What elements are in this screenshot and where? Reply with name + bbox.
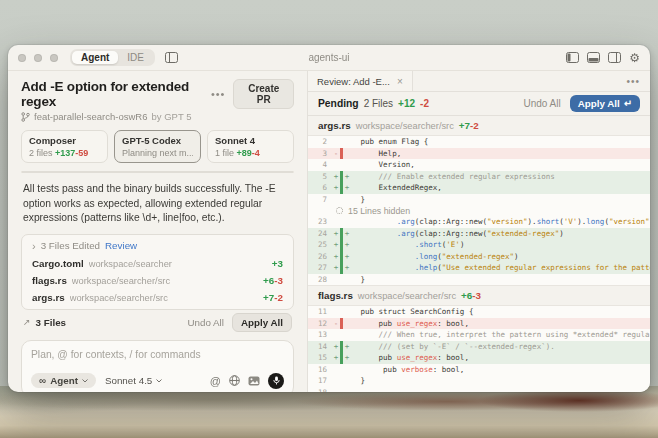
- code-text: /// Enable extended regular expressions: [352, 171, 651, 183]
- voice-input-button[interactable]: [268, 373, 284, 389]
- diff-line: 12- pub use_regex: bool,: [308, 318, 650, 330]
- tab-ide[interactable]: IDE: [118, 51, 153, 64]
- agent-card-composer[interactable]: Composer 2 files +137-59: [21, 130, 108, 163]
- file-row-args-rs[interactable]: args.rs workspace/searcher/src +7-2: [22, 289, 293, 306]
- code-text: }: [352, 375, 651, 387]
- files-edited-label: 3 Files Edited: [41, 240, 100, 251]
- window-controls[interactable]: [18, 54, 58, 62]
- titlebar-actions: ⚙: [566, 52, 640, 64]
- hidden-lines-expander[interactable]: 15 Lines hidden: [308, 205, 650, 216]
- close-window-button[interactable]: [18, 54, 26, 62]
- mention-icon[interactable]: @: [210, 375, 221, 387]
- diff-line: 15++ pub use_regex: bool,: [308, 352, 650, 364]
- globe-icon[interactable]: [229, 375, 240, 386]
- editor-tab-bar: Review: Add -E... × •••: [308, 71, 650, 92]
- agent-card-gpt5-codex[interactable]: GPT-5 Codex Planning next m...: [114, 130, 201, 163]
- code-text: pub use_regex: bool,: [352, 352, 651, 364]
- tab-agent[interactable]: Agent: [72, 51, 118, 64]
- diff-file-header[interactable]: args.rsworkspace/searcher/src+7-2: [308, 116, 650, 136]
- file-row-cargo-toml[interactable]: Cargo.toml workspace/searcher +3: [22, 255, 293, 272]
- create-pr-button[interactable]: Create PR: [233, 79, 294, 109]
- pending-label: Pending: [318, 98, 359, 109]
- diff-line: 6++ ExtendedRegex,: [308, 182, 650, 194]
- tab-overflow-icon[interactable]: •••: [616, 71, 650, 91]
- diff-line: 18: [308, 387, 650, 393]
- image-attach-icon[interactable]: [248, 376, 260, 386]
- agent-mode-selector[interactable]: ∞ Agent: [31, 373, 96, 388]
- zoom-window-button[interactable]: [50, 54, 58, 62]
- minimize-window-button[interactable]: [34, 54, 42, 62]
- diff-line: 7 }: [308, 194, 650, 206]
- title-bar: Agent IDE agents-ui ⚙: [8, 45, 650, 71]
- diff-file-header[interactable]: flags.rsworkspace/searcher/src+6-3: [308, 285, 650, 306]
- undo-all-button[interactable]: Undo All: [187, 317, 224, 328]
- more-options-icon[interactable]: •••: [211, 88, 226, 100]
- files-count-label[interactable]: 3 Files: [36, 317, 67, 328]
- model-selector[interactable]: Sonnet 4.5: [105, 375, 162, 386]
- line-number: 28: [308, 274, 332, 286]
- diff-line: 13 /// When true, interpret the pattern …: [308, 329, 650, 341]
- code-text: /// When true, interpret the pattern usi…: [352, 329, 651, 341]
- expand-arrow-icon[interactable]: ↗: [23, 317, 31, 327]
- chat-input-placeholder: Plan, @ for contexts, / for commands: [31, 349, 284, 360]
- line-number: 16: [308, 364, 332, 376]
- diff-line: 23 .arg(clap::Arg::new("version").short(…: [308, 216, 650, 228]
- diff-line: 3- Help,: [308, 148, 650, 160]
- line-number: 15: [308, 352, 332, 364]
- line-number: 5: [308, 171, 332, 183]
- diff-file-name: flags.rs: [318, 290, 353, 301]
- diff-line: 24++ .arg(clap::Arg::new("extended-regex…: [308, 228, 650, 240]
- task-title[interactable]: Add -E option for extended regex include…: [22, 172, 293, 173]
- sidebar-toggle-icon[interactable]: [165, 52, 178, 63]
- panel-right-icon[interactable]: [608, 52, 621, 63]
- chat-input-box[interactable]: Plan, @ for contexts, / for commands ∞ A…: [21, 340, 294, 392]
- review-link[interactable]: Review: [105, 240, 137, 251]
- branch-name[interactable]: feat-parallel-search-oswR6: [34, 111, 148, 122]
- line-number: 7: [308, 194, 332, 206]
- diff-line: 4 Version,: [308, 159, 650, 171]
- panel-bottom-icon[interactable]: [587, 52, 600, 63]
- diff-file-path: workspace/searcher/src: [358, 291, 456, 301]
- agent-status: Planning next m...: [122, 148, 193, 158]
- diff-line: 2 pub enum Flag {: [308, 136, 650, 148]
- code-text: pub struct SearchConfig {: [352, 306, 651, 318]
- task-box: Add -E option for extended regex include…: [21, 171, 294, 173]
- line-number: 4: [308, 159, 332, 171]
- line-number: 2: [308, 136, 332, 148]
- chevron-right-icon[interactable]: ›: [32, 240, 36, 252]
- view-switcher: Agent IDE: [70, 49, 155, 66]
- line-number: 18: [308, 387, 332, 393]
- chevron-down-icon: [82, 379, 88, 383]
- code-text: .help("Use extended regular expressions …: [352, 262, 651, 274]
- chevron-down-icon: [156, 379, 162, 383]
- line-number: 6: [308, 182, 332, 194]
- diff-line: 11 pub struct SearchConfig {: [308, 306, 650, 318]
- file-row-flags-rs[interactable]: flags.rs workspace/searcher/src +6-3: [22, 272, 293, 289]
- tab-review[interactable]: Review: Add -E... ×: [308, 71, 413, 91]
- pending-files-count: 2 Files: [364, 98, 393, 109]
- code-text: ExtendedRegex,: [352, 182, 651, 194]
- diff-line: 16 pub verbose: bool,: [308, 364, 650, 376]
- pending-removed: -2: [420, 98, 429, 109]
- diff-line: 27++ .help("Use extended regular express…: [308, 262, 650, 274]
- undo-all-button[interactable]: Undo All: [523, 98, 560, 109]
- diff-view[interactable]: args.rsworkspace/searcher/src+7-22 pub e…: [308, 116, 650, 392]
- diff-line: 14++ /// (set by `-E` / `--extended-rege…: [308, 341, 650, 353]
- app-window: Agent IDE agents-ui ⚙ Add -E option for …: [8, 45, 650, 392]
- apply-all-button[interactable]: Apply All↵: [570, 95, 640, 112]
- apply-all-button[interactable]: Apply All: [232, 313, 292, 332]
- code-text: }: [352, 274, 651, 286]
- agent-summary-text: All tests pass and the binary builds suc…: [23, 182, 292, 226]
- settings-gear-icon[interactable]: ⚙: [629, 52, 640, 64]
- changes-summary-bar: ↗ 3 Files Undo All Apply All: [21, 310, 294, 335]
- return-key-icon: ↵: [624, 98, 632, 109]
- code-text: [352, 387, 651, 393]
- line-number: 24: [308, 228, 332, 240]
- review-panel: Review: Add -E... × ••• Pending 2 Files …: [308, 71, 650, 392]
- line-number: 27: [308, 262, 332, 274]
- pending-added: +12: [398, 98, 415, 109]
- agent-card-sonnet4[interactable]: Sonnet 4 1 file +89-4: [207, 130, 294, 163]
- panel-left-icon[interactable]: [566, 52, 579, 63]
- code-text: pub use_regex: bool,: [352, 318, 651, 330]
- close-tab-icon[interactable]: ×: [397, 76, 403, 87]
